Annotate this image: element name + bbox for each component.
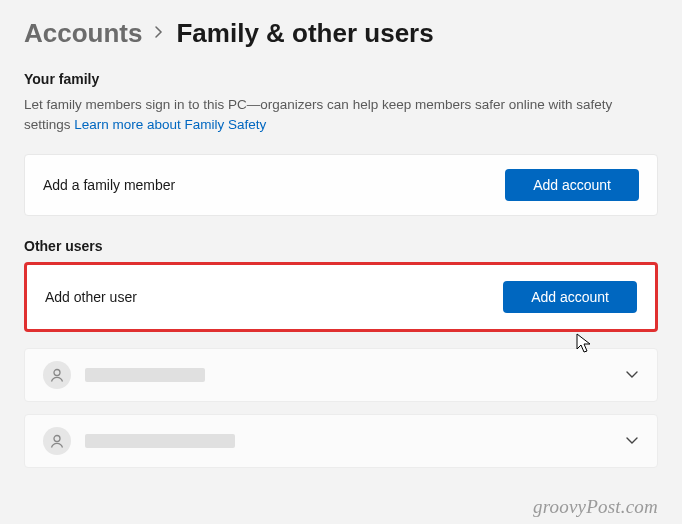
user-row[interactable] (24, 414, 658, 468)
breadcrumb-parent[interactable]: Accounts (24, 18, 142, 49)
section-title-other: Other users (24, 238, 658, 254)
svg-point-1 (54, 435, 60, 441)
chevron-down-icon[interactable] (625, 367, 639, 383)
add-family-member-card: Add a family member Add account (24, 154, 658, 216)
section-desc-family: Let family members sign in to this PC—or… (24, 95, 658, 136)
add-other-user-card: Add other user Add account (24, 262, 658, 332)
add-family-member-label: Add a family member (43, 177, 175, 193)
user-avatar-icon (43, 361, 71, 389)
chevron-right-icon (154, 25, 164, 42)
svg-point-0 (54, 369, 60, 375)
user-avatar-icon (43, 427, 71, 455)
breadcrumb: Accounts Family & other users (24, 18, 658, 49)
learn-more-family-safety-link[interactable]: Learn more about Family Safety (74, 117, 266, 132)
add-other-user-label: Add other user (45, 289, 137, 305)
section-title-family: Your family (24, 71, 658, 87)
user-row[interactable] (24, 348, 658, 402)
chevron-down-icon[interactable] (625, 433, 639, 449)
user-name-redacted (85, 368, 205, 382)
page-title: Family & other users (176, 18, 433, 49)
user-name-redacted (85, 434, 235, 448)
section-your-family: Your family Let family members sign in t… (24, 71, 658, 216)
watermark: groovyPost.com (533, 496, 658, 518)
section-other-users: Other users Add other user Add account (24, 238, 658, 468)
add-family-account-button[interactable]: Add account (505, 169, 639, 201)
add-other-account-button[interactable]: Add account (503, 281, 637, 313)
